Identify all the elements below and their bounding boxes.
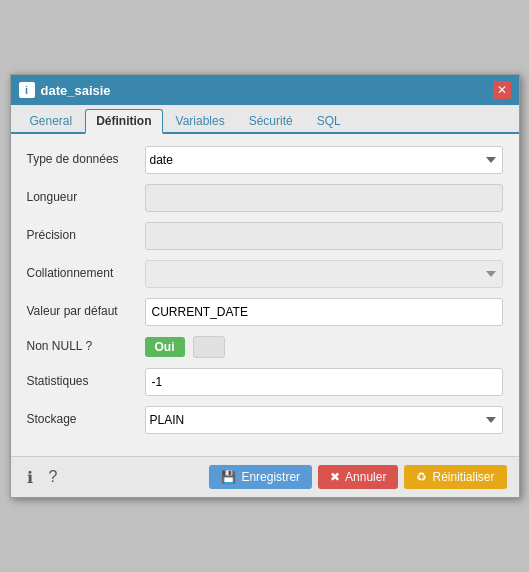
longueur-label: Longueur: [27, 190, 137, 206]
tab-sql[interactable]: SQL: [306, 109, 352, 132]
longueur-input[interactable]: [145, 184, 503, 212]
precision-label: Précision: [27, 228, 137, 244]
longueur-row: Longueur: [27, 184, 503, 212]
valeur-input[interactable]: [145, 298, 503, 326]
stockage-row: Stockage PLAIN: [27, 406, 503, 434]
nonnull-label: Non NULL ?: [27, 339, 137, 355]
title-left: i date_saisie: [19, 82, 111, 98]
nonnull-row: Non NULL ? Oui: [27, 336, 503, 358]
tab-general[interactable]: General: [19, 109, 84, 132]
save-button[interactable]: 💾 Enregistrer: [209, 465, 312, 489]
cancel-label: Annuler: [345, 470, 386, 484]
collation-row: Collationnement: [27, 260, 503, 288]
dialog-title: date_saisie: [41, 83, 111, 98]
nonnull-toggle-group: Oui: [145, 336, 225, 358]
save-label: Enregistrer: [241, 470, 300, 484]
save-icon: 💾: [221, 470, 236, 484]
help-button[interactable]: ?: [45, 466, 62, 489]
footer: ℹ ? 💾 Enregistrer ✖ Annuler ♻ Réinitiali…: [11, 456, 519, 497]
type-select[interactable]: date: [145, 146, 503, 174]
stockage-label: Stockage: [27, 412, 137, 428]
footer-right: 💾 Enregistrer ✖ Annuler ♻ Réinitialiser: [209, 465, 506, 489]
collation-label: Collationnement: [27, 266, 137, 282]
tab-definition[interactable]: Définition: [85, 109, 162, 134]
tab-securite[interactable]: Sécurité: [238, 109, 304, 132]
valeur-label: Valeur par défaut: [27, 304, 137, 320]
dialog-titlebar: i date_saisie ✕: [11, 75, 519, 105]
close-button[interactable]: ✕: [493, 81, 511, 99]
reset-icon: ♻: [416, 470, 427, 484]
stats-row: Statistiques: [27, 368, 503, 396]
valeur-row: Valeur par défaut: [27, 298, 503, 326]
nonnull-toggle-off[interactable]: [193, 336, 225, 358]
stats-label: Statistiques: [27, 374, 137, 390]
cancel-icon: ✖: [330, 470, 340, 484]
dialog-icon: i: [19, 82, 35, 98]
type-row: Type de données date: [27, 146, 503, 174]
reset-button[interactable]: ♻ Réinitialiser: [404, 465, 506, 489]
form-body: Type de données date Longueur Précision …: [11, 134, 519, 456]
type-label: Type de données: [27, 152, 137, 168]
cancel-button[interactable]: ✖ Annuler: [318, 465, 398, 489]
reset-label: Réinitialiser: [432, 470, 494, 484]
dialog-container: i date_saisie ✕ General Définition Varia…: [10, 74, 520, 498]
stats-input[interactable]: [145, 368, 503, 396]
tab-variables[interactable]: Variables: [165, 109, 236, 132]
info-button[interactable]: ℹ: [23, 466, 37, 489]
nonnull-toggle-on[interactable]: Oui: [145, 337, 185, 357]
footer-left: ℹ ?: [23, 466, 62, 489]
precision-input[interactable]: [145, 222, 503, 250]
tab-bar: General Définition Variables Sécurité SQ…: [11, 105, 519, 134]
precision-row: Précision: [27, 222, 503, 250]
collation-select[interactable]: [145, 260, 503, 288]
stockage-select[interactable]: PLAIN: [145, 406, 503, 434]
